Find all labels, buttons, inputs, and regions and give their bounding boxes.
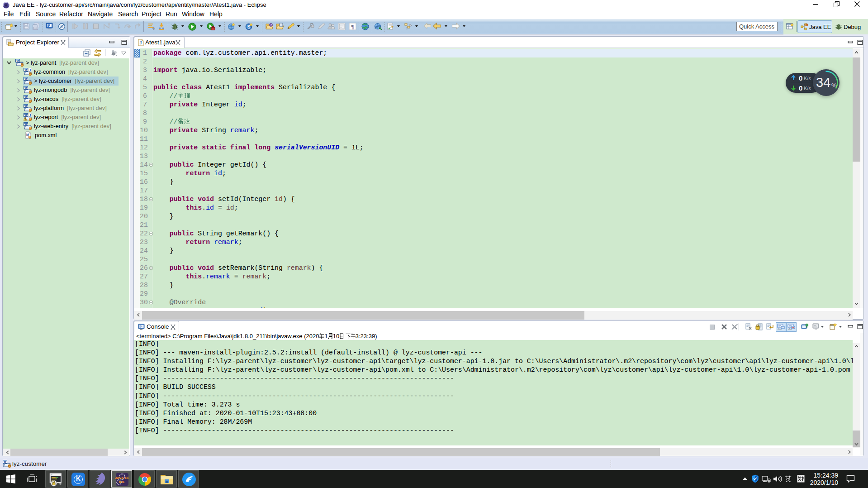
svg-text:JAVA EE: JAVA EE (115, 476, 129, 480)
svg-text:IDE: IDE (119, 480, 125, 484)
svg-text:J: J (140, 40, 142, 45)
svg-text:¶: ¶ (351, 23, 354, 30)
svg-text:S: S (247, 24, 250, 29)
